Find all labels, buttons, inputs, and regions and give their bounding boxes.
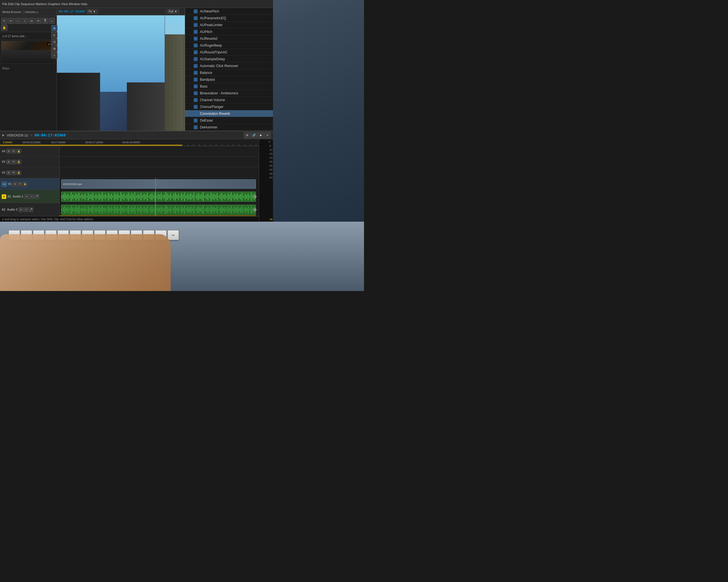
- a2-m[interactable]: M: [19, 207, 23, 212]
- effect-item-convolutionreverb[interactable]: ♪Convolution Reverb: [185, 110, 273, 117]
- selection-tool[interactable]: ↖: [1, 18, 7, 24]
- track-label-v4: V4: [2, 150, 5, 153]
- track-label-v3: V3: [2, 160, 5, 163]
- svg-rect-191: [161, 206, 162, 213]
- volume-meter: 0-6-12-18-24-30-36-42-48-54 dB: [259, 139, 273, 222]
- effect-item-aupeaklimiter[interactable]: ♪AUPeakLimiter: [185, 22, 273, 28]
- effect-label-chorusflanger: Chorus/Flanger: [200, 105, 224, 109]
- add-icon[interactable]: +: [51, 52, 57, 59]
- track-height-icon[interactable]: ≡: [51, 32, 57, 38]
- slip-tool[interactable]: ⇔: [28, 18, 35, 24]
- key-del[interactable]: del: [167, 230, 179, 240]
- effect-item-auparametriceq[interactable]: ♪AUParametricEQ: [185, 15, 273, 22]
- hand-tool[interactable]: ✋: [1, 24, 7, 31]
- a2-volume-knob[interactable]: [254, 208, 257, 211]
- svg-rect-20: [91, 194, 92, 199]
- svg-rect-130: [66, 208, 67, 212]
- tl-magnet-icon[interactable]: ⊕: [244, 132, 250, 138]
- v3-eye[interactable]: 👁: [11, 160, 16, 164]
- effect-item-ausampledelay[interactable]: ♪AUSampleDelay: [185, 56, 273, 62]
- a1-m[interactable]: M: [24, 194, 29, 199]
- effect-item-automaticclickremover[interactable]: ♪Automatic Click Remover: [185, 62, 273, 70]
- effect-item-deesser[interactable]: ♪DeEsser: [185, 117, 273, 124]
- effect-item-bandpass[interactable]: ♪Bandpass: [185, 76, 273, 83]
- svg-rect-60: [153, 195, 154, 198]
- libraries-expand[interactable]: »: [36, 10, 38, 15]
- effect-label-binauralambisonics: Binauralizer - Ambisonics: [200, 91, 238, 95]
- razor-tool[interactable]: ✂: [8, 18, 14, 24]
- svg-rect-188: [156, 209, 157, 211]
- v2-lock[interactable]: 🔒: [17, 170, 21, 175]
- a1-audio-clip[interactable]: [61, 192, 256, 202]
- a1-mic[interactable]: 🎤: [34, 194, 39, 199]
- svg-rect-3: [64, 193, 66, 200]
- svg-rect-196: [168, 208, 170, 211]
- libraries-tab[interactable]: Libraries: [25, 10, 35, 13]
- v3-lock[interactable]: 🔒: [17, 160, 21, 164]
- tl-track-icon[interactable]: ≡: [264, 132, 271, 138]
- effect-item-chorusflanger[interactable]: ♪Chorus/Flanger: [185, 104, 273, 110]
- vol-label-0: 0: [269, 140, 272, 143]
- v1-eye[interactable]: 👁: [18, 182, 22, 187]
- a1-s[interactable]: S: [29, 194, 34, 199]
- effect-item-auroundtripaac[interactable]: ♪AURoundTripAAC: [185, 49, 273, 56]
- svg-rect-159: [111, 207, 112, 212]
- v1-expand[interactable]: ⊞: [12, 182, 17, 187]
- v1-lock[interactable]: 🔒: [23, 182, 27, 187]
- svg-rect-26: [100, 194, 101, 199]
- program-fit-dropdown[interactable]: Full ▼: [167, 9, 179, 13]
- v2-eye[interactable]: 👁: [11, 170, 16, 175]
- settings-icon[interactable]: ⚙: [51, 46, 57, 52]
- svg-rect-31: [108, 193, 109, 200]
- track-select[interactable]: ↔: [15, 18, 21, 24]
- tl-mark-icon[interactable]: ◆: [258, 132, 264, 138]
- effect-item-bass[interactable]: ♪Bass: [185, 83, 273, 90]
- tl-link-icon[interactable]: 🔗: [251, 132, 257, 138]
- svg-rect-250: [253, 208, 253, 212]
- a2-s[interactable]: S: [24, 207, 28, 212]
- svg-rect-214: [197, 207, 197, 212]
- vol-label-8: -48: [269, 172, 272, 175]
- v4-eye[interactable]: 👁: [11, 149, 16, 154]
- effect-icon-convolutionreverb: ♪: [194, 112, 198, 116]
- v2-expand[interactable]: ⊞: [6, 170, 11, 175]
- v3-expand[interactable]: ⊞: [6, 160, 11, 164]
- text-tool[interactable]: T: [42, 18, 48, 24]
- effect-item-aurogerbeep[interactable]: ♪AURogerBeep: [185, 42, 273, 49]
- pen-tool[interactable]: ✏: [35, 18, 42, 24]
- zoom-tool[interactable]: ⌕: [49, 18, 55, 24]
- effect-item-balance[interactable]: ♪Balance: [185, 70, 273, 76]
- thumbnail-preview: 4:01: [1, 41, 55, 64]
- v1-video-clip[interactable]: VIDEO0258.mp4: [61, 179, 256, 189]
- effect-item-binauralambisonics[interactable]: ♪Binauralizer - Ambisonics: [185, 90, 273, 96]
- a2-audio-clip[interactable]: [61, 204, 256, 215]
- effect-item-aupitch[interactable]: ♪AUPitch: [185, 28, 273, 35]
- svg-rect-147: [93, 206, 93, 214]
- track-content-a1: [60, 190, 259, 203]
- track-header-v3: V3 ⊞ 👁 🔒: [0, 157, 60, 167]
- nested-icon[interactable]: ⊞: [51, 25, 57, 31]
- svg-rect-233: [226, 209, 227, 211]
- svg-rect-44: [128, 193, 129, 200]
- media-browser-tab[interactable]: Media Browser: [2, 10, 21, 13]
- svg-rect-122: [250, 195, 250, 198]
- svg-rect-192: [162, 209, 163, 211]
- svg-rect-87: [195, 195, 196, 197]
- a1-volume-knob[interactable]: [254, 195, 257, 198]
- timeline-menu-icon[interactable]: ≡: [30, 134, 32, 137]
- svg-rect-117: [242, 193, 242, 200]
- in-out-region: [0, 145, 182, 146]
- svg-rect-136: [75, 206, 76, 213]
- effect-item-channelvolume[interactable]: ♪Channel Volume: [185, 96, 273, 104]
- effect-item-aureverb2[interactable]: ♪AUReverb2: [185, 35, 273, 42]
- source-fit-dropdown[interactable]: Fit ▼: [87, 9, 98, 13]
- effect-item-aunewpitch[interactable]: ♪AUNewPitch: [185, 8, 273, 15]
- ripple-tool[interactable]: ↕: [22, 18, 28, 24]
- effect-item-dehummer[interactable]: ♪DeHummer: [185, 124, 273, 131]
- v4-lock[interactable]: 🔒: [17, 149, 21, 154]
- lock-icon[interactable]: ⊡: [51, 39, 57, 45]
- track-sublabel-a2: Audio 2: [7, 208, 18, 211]
- a2-mic[interactable]: 🎤: [29, 207, 33, 212]
- v4-expand[interactable]: ⊞: [6, 149, 11, 154]
- app-menu[interactable]: File Edit Clip Sequence Markers Graphics…: [2, 2, 87, 6]
